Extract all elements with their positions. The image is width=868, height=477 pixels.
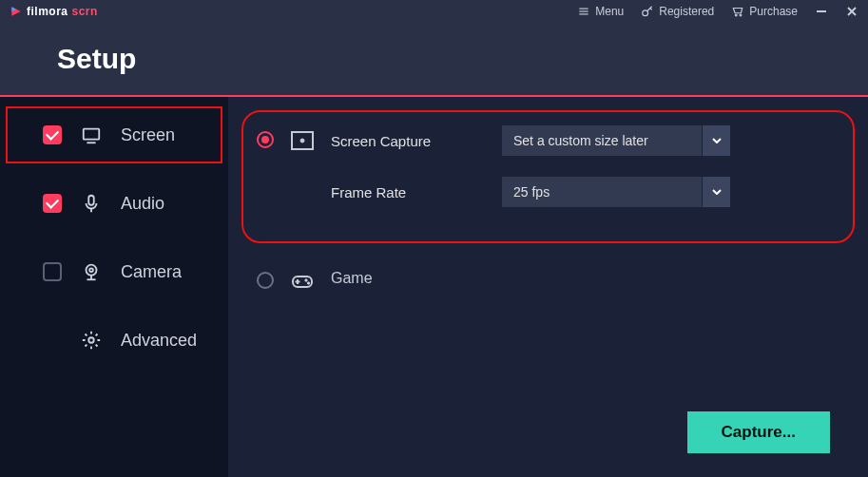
svg-point-24 bbox=[305, 279, 307, 281]
audio-checkbox[interactable] bbox=[43, 194, 62, 213]
key-icon bbox=[641, 5, 654, 18]
purchase-link[interactable]: Purchase bbox=[731, 5, 798, 18]
crop-target-icon bbox=[291, 131, 314, 150]
screen-radio[interactable] bbox=[257, 131, 274, 148]
cart-icon bbox=[731, 5, 744, 18]
registered-label: Registered bbox=[659, 5, 714, 18]
menu-icon bbox=[577, 5, 590, 18]
sidebar-label-camera: Camera bbox=[121, 262, 182, 282]
gear-icon bbox=[81, 330, 102, 351]
brand-logo-icon bbox=[10, 5, 23, 18]
screen-capture-label: Screen Capture bbox=[331, 133, 502, 149]
brand-text-2: scrn bbox=[72, 5, 98, 18]
sidebar-label-advanced: Advanced bbox=[121, 331, 197, 351]
gamepad-icon bbox=[291, 272, 314, 291]
camera-checkbox[interactable] bbox=[43, 262, 62, 281]
title-area: Setup bbox=[0, 23, 868, 95]
svg-point-25 bbox=[307, 282, 309, 284]
frame-rate-field: Frame Rate 25 fps bbox=[331, 177, 839, 207]
screen-capture-dropdown-button[interactable] bbox=[702, 125, 730, 156]
screen-checkbox[interactable] bbox=[43, 125, 62, 144]
sidebar-item-camera[interactable]: Camera bbox=[0, 238, 228, 306]
svg-point-6 bbox=[736, 14, 738, 16]
screen-capture-field: Screen Capture Set a custom size later bbox=[331, 125, 839, 156]
brand: filmora scrn bbox=[10, 5, 98, 18]
minimize-button[interactable] bbox=[815, 5, 828, 18]
page-title: Setup bbox=[57, 43, 136, 75]
sidebar-item-screen[interactable]: Screen bbox=[0, 101, 228, 169]
chevron-down-icon bbox=[712, 138, 722, 143]
svg-line-5 bbox=[650, 9, 652, 10]
close-button[interactable] bbox=[845, 5, 858, 18]
svg-rect-13 bbox=[88, 196, 94, 205]
sidebar-item-advanced[interactable]: Advanced bbox=[0, 306, 228, 374]
chevron-down-icon bbox=[712, 189, 722, 195]
svg-point-16 bbox=[89, 268, 93, 272]
svg-rect-11 bbox=[84, 129, 100, 140]
screen-capture-option: Screen Capture Set a custom size later F… bbox=[257, 125, 839, 228]
screen-capture-select[interactable]: Set a custom size later bbox=[502, 125, 730, 156]
sidebar-item-audio[interactable]: Audio bbox=[0, 169, 228, 238]
game-label: Game bbox=[331, 270, 373, 287]
registered-link[interactable]: Registered bbox=[641, 5, 714, 18]
svg-point-18 bbox=[88, 337, 94, 343]
sidebar: Screen Audio Camera Advanced bbox=[0, 97, 228, 477]
frame-rate-value: 25 fps bbox=[502, 184, 702, 200]
screen-capture-value: Set a custom size later bbox=[502, 133, 702, 148]
game-radio[interactable] bbox=[257, 272, 274, 289]
svg-point-7 bbox=[740, 14, 742, 16]
sidebar-label-screen: Screen bbox=[121, 125, 175, 145]
monitor-icon bbox=[81, 124, 102, 145]
brand-text-1: filmora bbox=[27, 5, 68, 18]
menu-link[interactable]: Menu bbox=[577, 5, 624, 18]
content-pane: Screen Capture Set a custom size later F… bbox=[228, 97, 868, 477]
capture-button[interactable]: Capture... bbox=[687, 411, 830, 453]
sidebar-label-audio: Audio bbox=[121, 194, 164, 214]
frame-rate-label: Frame Rate bbox=[331, 184, 502, 200]
game-option: Game bbox=[257, 266, 839, 291]
menu-label: Menu bbox=[595, 5, 624, 18]
svg-point-15 bbox=[87, 265, 97, 276]
microphone-icon bbox=[81, 193, 102, 214]
webcam-icon bbox=[81, 261, 102, 282]
svg-point-20 bbox=[300, 139, 304, 143]
purchase-label: Purchase bbox=[749, 5, 798, 18]
frame-rate-dropdown-button[interactable] bbox=[702, 177, 730, 207]
title-bar: filmora scrn Menu Registered Purchase bbox=[0, 0, 868, 23]
advanced-spacer bbox=[43, 331, 62, 350]
frame-rate-select[interactable]: 25 fps bbox=[502, 177, 730, 207]
